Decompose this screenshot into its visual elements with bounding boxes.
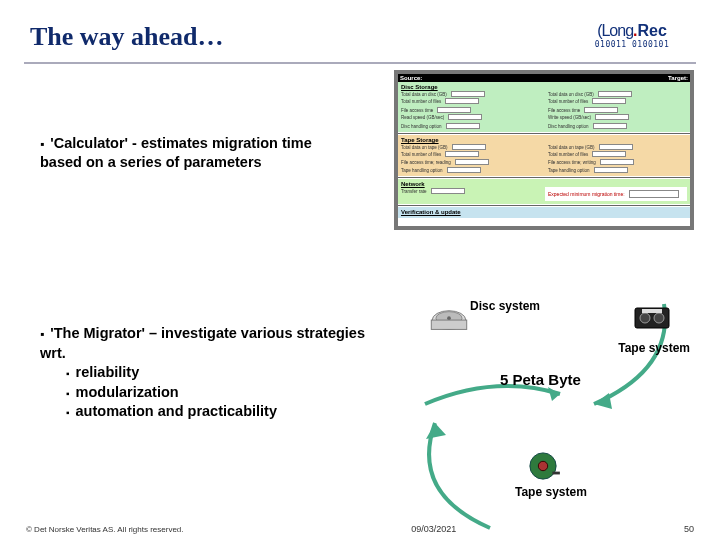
page-title: The way ahead…: [30, 22, 224, 52]
migration-cycle-diagram: Disc system Tape system Tape system 5 Pe…: [420, 299, 690, 489]
svg-rect-3: [431, 320, 466, 329]
svg-point-9: [538, 461, 547, 470]
bullet-migrator: 'The Migrator' – investigate various str…: [40, 324, 370, 422]
brand-logo: (Long.Rec 010011 0100101: [572, 18, 692, 52]
label-center: 5 Peta Byte: [500, 371, 581, 388]
col-source: Source:: [398, 74, 544, 82]
label-disc: Disc system: [470, 299, 540, 313]
calculator-screenshot: Source: Target: Disc Storage Total data …: [394, 70, 694, 230]
label-tape-right: Tape system: [618, 341, 690, 355]
svg-point-5: [640, 313, 650, 323]
footer-date: 09/03/2021: [411, 524, 456, 534]
svg-point-2: [447, 316, 451, 320]
svg-point-6: [654, 313, 664, 323]
bullet-calc: 'Calculator' - estimates migration time …: [40, 134, 350, 172]
footer-copyright: © Det Norske Veritas AS. All rights rese…: [26, 525, 184, 534]
page-number: 50: [684, 524, 694, 534]
tape-reel-icon: [525, 451, 561, 481]
hdd-icon: [430, 307, 468, 335]
svg-rect-7: [642, 309, 662, 313]
tape-cassette-icon: [634, 307, 670, 329]
svg-marker-11: [548, 387, 560, 401]
col-target: Target:: [544, 74, 690, 82]
svg-marker-13: [426, 423, 446, 439]
label-tape-bottom: Tape system: [515, 485, 587, 499]
svg-rect-10: [552, 472, 560, 475]
arrow-icon: [420, 413, 505, 533]
